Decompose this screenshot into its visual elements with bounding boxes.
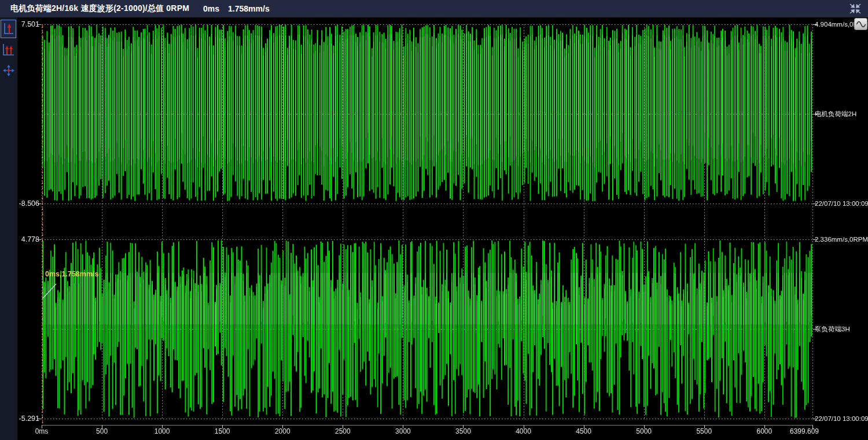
x-tick-label: 6399.609	[790, 427, 819, 435]
x-tick-label: 3500	[455, 427, 471, 435]
collapse-icon[interactable]	[847, 2, 863, 15]
channel-name-ch2: 泵负荷端3H	[815, 325, 850, 334]
harmonic-cursor-icon	[2, 42, 16, 57]
single-cursor-icon	[2, 21, 15, 36]
y-max-label-ch1: 7.501	[17, 20, 39, 28]
x-tick-label: 5000	[636, 427, 652, 435]
x-tick-label: 6000	[756, 427, 772, 435]
window-title: 电机负荷端2H/16k 速度波形(2-1000)/总值 0RPM	[10, 3, 189, 14]
y-min-label-ch1: -8.506	[17, 199, 39, 208]
title-bar: 电机负荷端2H/16k 速度波形(2-1000)/总值 0RPM 0ms 1.7…	[0, 0, 868, 17]
x-tick-label: 3000	[395, 427, 411, 435]
x-tick-label: 1500	[215, 427, 230, 435]
cursor-annotation: 0ms,1.758mm/s	[45, 270, 98, 278]
x-axis-labels: 0ms5001000150020002500300035004000450050…	[17, 427, 868, 438]
y-min-label-ch2: -5.291	[17, 415, 39, 423]
single-cursor-tool[interactable]	[1, 20, 16, 38]
plot-area: 7.501 -8.506 4.778 -5.291 4.904mm/s,0RPM…	[17, 17, 868, 440]
x-tick-label: 5500	[696, 427, 712, 435]
x-tick-label: 4000	[516, 427, 531, 435]
timestamp-ch2: 22/07/10 13:00:09	[815, 415, 868, 422]
overall-value-ch2: 2.336mm/s,0RPM	[815, 236, 868, 243]
toolbar-sidebar	[0, 17, 17, 440]
sine-wave-icon	[856, 20, 866, 28]
harmonic-cursor-tool[interactable]	[1, 40, 17, 59]
x-tick-label: 500	[96, 427, 108, 435]
timestamp-ch1: 22/07/10 13:00:09	[815, 200, 868, 207]
waveform-canvas[interactable]	[17, 17, 868, 440]
move-cross-icon	[2, 64, 15, 77]
x-tick-label: 2000	[275, 427, 290, 435]
y-max-label-ch2: 4.778	[17, 235, 39, 243]
channel-name-ch1: 电机负荷端2H	[815, 110, 856, 119]
x-tick-label: 2500	[335, 427, 351, 435]
waveform-view-button[interactable]	[854, 18, 867, 30]
x-tick-label: 4500	[576, 427, 591, 435]
x-tick-label: 1000	[155, 427, 170, 435]
cursor-value-readout: 1.758mm/s	[228, 4, 270, 13]
cursor-time-readout: 0ms	[203, 4, 219, 13]
x-tick-label: 0ms	[35, 427, 49, 435]
pan-tool[interactable]	[1, 61, 17, 80]
